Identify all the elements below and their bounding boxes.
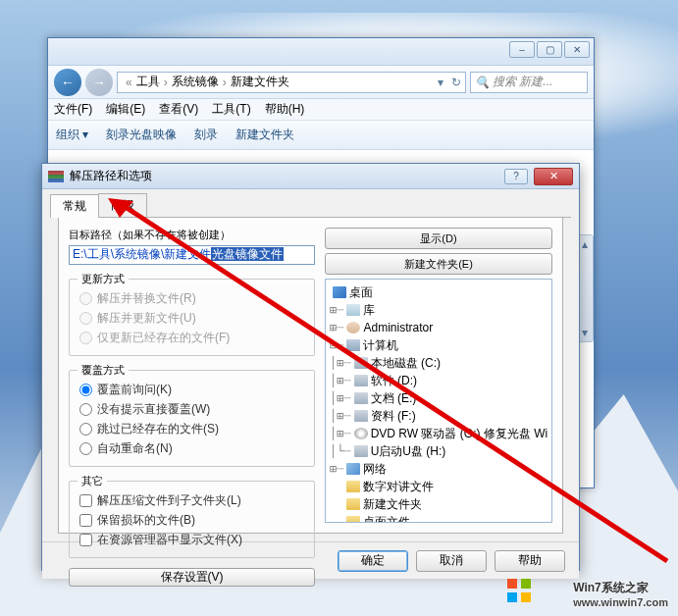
destination-path-input[interactable]: E:\工具\系统镜像\新建文件光盘镜像文件 <box>69 245 315 265</box>
explorer-min-button[interactable]: – <box>509 41 535 58</box>
breadcrumb[interactable]: 新建文件夹 <box>231 74 289 90</box>
explorer-toolbar: 组织 ▾ 刻录光盘映像 刻录 新建文件夹 <box>48 121 594 150</box>
drive-icon <box>354 410 368 422</box>
extract-dialog: 解压路径和选项 ? ✕ 常规 高级 目标路径（如果不存在将被创建） E:\工具\… <box>41 163 580 571</box>
ok-button[interactable]: 确定 <box>338 550 408 572</box>
winrar-icon <box>48 171 64 182</box>
explorer-titlebar: – ▢ ✕ <box>48 38 594 66</box>
windows-logo-icon <box>507 579 531 602</box>
menu-edit[interactable]: 编辑(E) <box>106 101 145 118</box>
misc-show-check[interactable] <box>79 534 92 546</box>
tab-general[interactable]: 常规 <box>50 194 99 218</box>
user-icon <box>346 322 360 334</box>
display-button[interactable]: 显示(D) <box>325 228 552 249</box>
usb-icon <box>354 445 368 457</box>
network-icon <box>346 463 360 475</box>
dialog-title: 解压路径和选项 <box>70 168 498 184</box>
search-input[interactable]: 🔍搜索 新建... <box>470 72 588 93</box>
toolbar-organize[interactable]: 组织 ▾ <box>56 127 88 143</box>
toolbar-burn[interactable]: 刻录 <box>194 127 218 143</box>
misc-subfolder-check[interactable] <box>79 494 92 507</box>
desktop-icon <box>333 286 346 298</box>
misc-broken-check[interactable] <box>79 514 92 527</box>
dialog-help-button[interactable]: ? <box>504 169 528 184</box>
new-folder-button[interactable]: 新建文件夹(E) <box>325 253 552 275</box>
drive-icon <box>354 375 368 386</box>
explorer-close-button[interactable]: ✕ <box>564 41 590 58</box>
menu-help[interactable]: 帮助(H) <box>265 101 305 118</box>
toolbar-new-folder[interactable]: 新建文件夹 <box>235 127 294 143</box>
breadcrumb[interactable]: 工具 <box>136 74 160 90</box>
update-replace-radio[interactable] <box>79 292 92 305</box>
drive-icon <box>354 357 368 369</box>
watermark: Win7系统之家 www.winwin7.com <box>573 576 668 608</box>
tab-advanced[interactable]: 高级 <box>98 193 147 217</box>
cancel-button[interactable]: 取消 <box>416 550 487 572</box>
menu-view[interactable]: 查看(V) <box>159 101 198 118</box>
update-existing-radio[interactable] <box>79 332 92 344</box>
address-bar[interactable]: « 工具› 系统镜像› 新建文件夹 ▾↻ <box>117 72 466 93</box>
dialog-close-button[interactable]: ✕ <box>534 168 573 185</box>
misc-group: 其它 解压压缩文件到子文件夹(L) 保留损坏的文件(B) 在资源管理器中显示文件… <box>69 481 315 558</box>
overwrite-ask-radio[interactable] <box>79 384 92 396</box>
overwrite-group: 覆盖方式 覆盖前询问(K) 没有提示直接覆盖(W) 跳过已经存在的文件(S) 自… <box>69 370 315 467</box>
computer-icon <box>346 339 360 351</box>
explorer-menu: 文件(F) 编辑(E) 查看(V) 工具(T) 帮助(H) <box>48 99 594 121</box>
overwrite-silent-radio[interactable] <box>79 403 92 416</box>
folder-icon <box>346 481 360 492</box>
folder-tree[interactable]: 桌面 ⊞┈库 ⊞┈Administrator ⊟┈计算机 │⊞┈本地磁盘 (C:… <box>325 279 552 523</box>
overwrite-skip-radio[interactable] <box>79 423 92 436</box>
library-icon <box>346 304 360 316</box>
breadcrumb[interactable]: 系统镜像 <box>172 74 219 90</box>
save-settings-button[interactable]: 保存设置(V) <box>69 568 315 587</box>
explorer-nav: ← → « 工具› 系统镜像› 新建文件夹 ▾↻ 🔍搜索 新建... <box>48 66 594 99</box>
update-group: 更新方式 解压并替换文件(R) 解压并更新文件(U) 仅更新已经存在的文件(F) <box>69 279 315 356</box>
nav-forward-icon[interactable]: → <box>85 69 113 96</box>
dialog-titlebar: 解压路径和选项 ? ✕ <box>42 164 579 189</box>
dvd-icon <box>354 428 368 439</box>
tab-bar: 常规 高级 <box>50 193 571 218</box>
folder-icon <box>346 516 360 523</box>
path-label: 目标路径（如果不存在将被创建） <box>69 229 231 240</box>
folder-icon <box>346 498 360 510</box>
nav-back-icon[interactable]: ← <box>54 69 81 96</box>
toolbar-burn-image[interactable]: 刻录光盘映像 <box>106 127 177 143</box>
menu-file[interactable]: 文件(F) <box>54 101 92 118</box>
overwrite-rename-radio[interactable] <box>79 442 92 455</box>
help-button[interactable]: 帮助 <box>495 550 565 572</box>
menu-tools[interactable]: 工具(T) <box>212 101 250 118</box>
explorer-max-button[interactable]: ▢ <box>537 41 562 58</box>
update-update-radio[interactable] <box>79 312 92 325</box>
drive-icon <box>354 392 368 404</box>
